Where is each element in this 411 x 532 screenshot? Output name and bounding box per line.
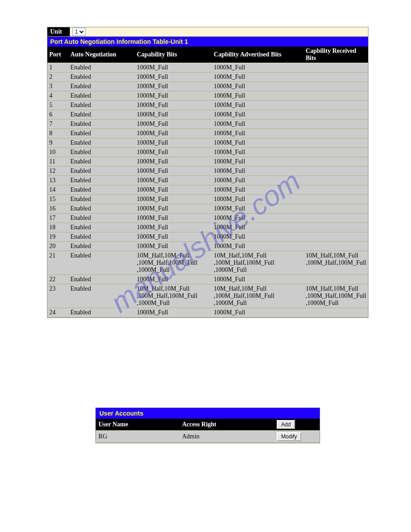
- cap-cell: 1000M_Full: [135, 242, 212, 251]
- port-cell: 11: [47, 157, 68, 167]
- adv-cell: 1000M_Full: [212, 308, 304, 317]
- cap-cell: 1000M_Full: [135, 110, 212, 120]
- recv-cell: [304, 63, 368, 73]
- autoneg-cell: Enabled: [68, 185, 135, 195]
- col-header-port: Port: [47, 47, 68, 63]
- table-row: 19Enabled1000M_Full1000M_Full: [47, 232, 368, 242]
- port-cell: 1: [47, 63, 68, 73]
- table-row: 12Enabled1000M_Full1000M_Full: [47, 167, 368, 176]
- recv-cell: 10M_Half,10M_Full,100M_Half,100M_Full,10…: [304, 284, 368, 308]
- recv-cell: [304, 167, 368, 176]
- table-row: 15Enabled1000M_Full1000M_Full: [47, 195, 368, 204]
- port-cell: 12: [47, 167, 68, 176]
- cap-cell: 1000M_Full: [135, 129, 212, 138]
- user-table-header-row: User Name Access Right Add: [96, 419, 320, 431]
- adv-cell: 1000M_Full: [212, 129, 304, 138]
- table-row: 4Enabled1000M_Full1000M_Full: [47, 91, 368, 101]
- recv-cell: [304, 214, 368, 223]
- port-cell: 23: [47, 284, 68, 308]
- port-cell: 18: [47, 223, 68, 232]
- cap-cell: 1000M_Full: [135, 148, 212, 157]
- table-row: 16Enabled1000M_Full1000M_Full: [47, 204, 368, 214]
- table-row: 18Enabled1000M_Full1000M_Full: [47, 223, 368, 232]
- autoneg-cell: Enabled: [68, 101, 135, 110]
- autoneg-cell: Enabled: [68, 176, 135, 185]
- autoneg-cell: Enabled: [68, 251, 135, 275]
- port-cell: 22: [47, 275, 68, 284]
- cap-cell: 1000M_Full: [135, 308, 212, 317]
- table-row: 5Enabled1000M_Full1000M_Full: [47, 101, 368, 110]
- modify-button[interactable]: Modify: [277, 432, 301, 441]
- recv-cell: [304, 82, 368, 91]
- user-accounts-table: User Name Access Right Add RGAdminModify: [96, 419, 320, 443]
- table-row: 9Enabled1000M_Full1000M_Full: [47, 138, 368, 148]
- cap-cell: 1000M_Full: [135, 176, 212, 185]
- autoneg-cell: Enabled: [68, 275, 135, 284]
- col-header-cap: Capability Bits: [135, 47, 212, 63]
- table-row: 22Enabled1000M_Full1000M_Full: [47, 275, 368, 284]
- adv-cell: 1000M_Full: [212, 157, 304, 167]
- port-cell: 3: [47, 82, 68, 91]
- autoneg-cell: Enabled: [68, 223, 135, 232]
- cap-cell: 1000M_Full: [135, 232, 212, 242]
- adv-cell: 1000M_Full: [212, 101, 304, 110]
- recv-cell: [304, 195, 368, 204]
- recv-cell: [304, 101, 368, 110]
- autoneg-cell: Enabled: [68, 157, 135, 167]
- add-button[interactable]: Add: [277, 420, 295, 429]
- port-cell: 9: [47, 138, 68, 148]
- adv-cell: 1000M_Full: [212, 242, 304, 251]
- adv-cell: 1000M_Full: [212, 204, 304, 214]
- cap-cell: 1000M_Full: [135, 275, 212, 284]
- cap-cell: 1000M_Full: [135, 101, 212, 110]
- port-cell: 10: [47, 148, 68, 157]
- autoneg-cell: Enabled: [68, 204, 135, 214]
- col-header-adv: Capbility Advertised Bits: [212, 47, 304, 63]
- cap-cell: 1000M_Full: [135, 63, 212, 73]
- autoneg-cell: Enabled: [68, 242, 135, 251]
- autoneg-cell: Enabled: [68, 63, 135, 73]
- port-cell: 24: [47, 308, 68, 317]
- cap-cell: 1000M_Full: [135, 157, 212, 167]
- table-row: 6Enabled1000M_Full1000M_Full: [47, 110, 368, 120]
- recv-cell: [304, 110, 368, 120]
- adv-cell: 1000M_Full: [212, 63, 304, 73]
- port-cell: 21: [47, 251, 68, 275]
- recv-cell: [304, 157, 368, 167]
- cap-cell: 1000M_Full: [135, 214, 212, 223]
- port-cell: 17: [47, 214, 68, 223]
- autoneg-cell: Enabled: [68, 120, 135, 129]
- cap-cell: 10M_Half,10M_Full,100M_Half,100M_Full,10…: [135, 251, 212, 275]
- adv-cell: 1000M_Full: [212, 185, 304, 195]
- cap-cell: 1000M_Full: [135, 91, 212, 101]
- table-row: 10Enabled1000M_Full1000M_Full: [47, 148, 368, 157]
- cap-cell: 1000M_Full: [135, 120, 212, 129]
- table-row: 7Enabled1000M_Full1000M_Full: [47, 120, 368, 129]
- autoneg-cell: Enabled: [68, 167, 135, 176]
- col-header-recv: Capbility Received Bits: [304, 47, 368, 63]
- col-header-actions: Add: [274, 419, 320, 431]
- recv-cell: [304, 73, 368, 82]
- recv-cell: [304, 120, 368, 129]
- cap-cell: 1000M_Full: [135, 223, 212, 232]
- adv-cell: 1000M_Full: [212, 232, 304, 242]
- recv-cell: [304, 129, 368, 138]
- recv-cell: [304, 91, 368, 101]
- col-header-username: User Name: [96, 419, 180, 431]
- port-cell: 16: [47, 204, 68, 214]
- adv-cell: 1000M_Full: [212, 223, 304, 232]
- adv-cell: 1000M_Full: [212, 91, 304, 101]
- adv-cell: 1000M_Full: [212, 214, 304, 223]
- unit-select[interactable]: 1: [73, 28, 86, 36]
- recv-cell: [304, 275, 368, 284]
- cap-cell: 1000M_Full: [135, 185, 212, 195]
- cap-cell: 1000M_Full: [135, 167, 212, 176]
- adv-cell: 1000M_Full: [212, 167, 304, 176]
- cap-cell: 1000M_Full: [135, 204, 212, 214]
- adv-cell: 1000M_Full: [212, 73, 304, 82]
- table-row: 11Enabled1000M_Full1000M_Full: [47, 157, 368, 167]
- table-row: 8Enabled1000M_Full1000M_Full: [47, 129, 368, 138]
- recv-cell: [304, 204, 368, 214]
- port-cell: 8: [47, 129, 68, 138]
- unit-label: Unit: [47, 27, 70, 36]
